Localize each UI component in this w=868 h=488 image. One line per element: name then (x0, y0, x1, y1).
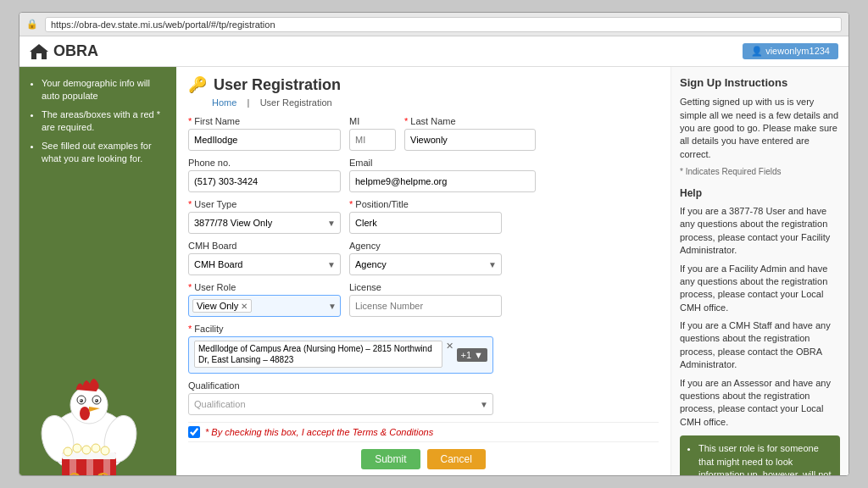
signup-text: Getting signed up with us is very simple… (680, 96, 840, 161)
page-title: User Registration (214, 76, 341, 94)
obra-logo-text: OBRA (53, 42, 98, 60)
user-role-tag-remove[interactable]: ✕ (241, 302, 248, 311)
svg-point-2 (70, 386, 108, 424)
submit-button[interactable]: Submit (361, 449, 420, 469)
agency-group: Agency Agency ▼ (349, 241, 502, 275)
user-badge: 👤 viewonlym1234 (743, 43, 838, 59)
chicken-illustration (19, 361, 164, 475)
name-row: * First Name MI * Last Name (188, 116, 659, 151)
user-role-dropdown-arrow[interactable]: ▼ (328, 302, 337, 311)
phone-group: Phone no. (188, 158, 341, 192)
svg-point-23 (92, 444, 100, 452)
svg-point-21 (73, 444, 81, 452)
qualification-row: Qualification Qualification ▼ (188, 380, 659, 415)
key-icon: 🔑 (188, 75, 207, 94)
license-input[interactable] (349, 295, 502, 317)
facility-row: * Facility MedIlodge of Campus Area (Nur… (188, 324, 659, 374)
right-callout-text: This user role is for someone that might… (698, 442, 833, 475)
svg-point-3 (80, 407, 90, 420)
cmh-board-select[interactable]: CMH Board (188, 253, 341, 275)
facility-add-button[interactable]: +1 ▼ (457, 348, 488, 362)
first-name-group: * First Name (188, 116, 341, 151)
facility-input[interactable]: MedIlodge of Campus Area (Nursing Home) … (188, 336, 493, 374)
agency-select[interactable]: Agency (349, 253, 502, 275)
app-header: OBRA 👤 viewonlym1234 (19, 36, 849, 67)
right-sidebar: Sign Up Instructions Getting signed up w… (670, 67, 849, 475)
obra-logo: OBRA (30, 42, 98, 60)
user-icon: 👤 (751, 46, 763, 56)
left-sidebar: Your demographic info will auto populate… (19, 67, 176, 475)
page-title-row: 🔑 User Registration (188, 75, 659, 94)
sidebar-bullet-3: See filled out examples for what you are… (42, 140, 166, 166)
svg-point-22 (82, 446, 91, 454)
breadcrumb-home[interactable]: Home (212, 97, 236, 108)
usertype-position-row: * User Type 3877/78 View Only ▼ * Positi… (188, 199, 659, 234)
last-name-input[interactable] (404, 129, 536, 151)
qualification-group: Qualification Qualification ▼ (188, 380, 493, 415)
qualification-select[interactable]: Qualification (188, 393, 493, 415)
user-role-group: * User Role View Only ✕ ▼ (188, 282, 341, 317)
browser-window: 🔒 https://obra-dev.state.mi.us/web/porta… (19, 12, 849, 476)
lock-icon: 🔒 (26, 19, 38, 30)
cmh-board-label: CMH Board (188, 241, 341, 251)
svg-point-11 (81, 400, 82, 402)
cancel-button[interactable]: Cancel (427, 449, 486, 469)
help-p4: If you are an Assessor and have any ques… (680, 377, 840, 430)
userrole-license-row: * User Role View Only ✕ ▼ License (188, 282, 659, 317)
agency-label: Agency (349, 241, 502, 251)
user-type-label: * User Type (188, 199, 341, 209)
help-p1: If you are a 3877-78 User and have any q… (680, 205, 840, 258)
signup-title: Sign Up Instructions (680, 75, 840, 91)
help-title: Help (680, 186, 840, 201)
user-role-label: * User Role (188, 282, 341, 292)
position-input[interactable] (349, 212, 502, 234)
user-role-tag: View Only ✕ (192, 299, 252, 313)
breadcrumb: Home | User Registration (212, 97, 659, 108)
sidebar-bullet-2: The areas/boxes with a red * are require… (42, 108, 166, 135)
phone-input[interactable] (188, 170, 341, 192)
svg-point-20 (64, 447, 72, 456)
facility-tag: MedIlodge of Campus Area (Nursing Home) … (194, 341, 442, 368)
user-badge-text: viewonlym1234 (765, 46, 830, 56)
phone-email-row: Phone no. Email (188, 158, 659, 192)
facility-tag-remove[interactable]: ✕ (446, 341, 453, 352)
qualification-label: Qualification (188, 380, 493, 391)
sidebar-bullet-1: Your demographic info will auto populate (42, 77, 166, 103)
position-group: * Position/Title (349, 199, 502, 234)
mi-input[interactable] (349, 129, 396, 151)
license-group: License (349, 282, 502, 317)
mi-group: MI (349, 116, 396, 151)
license-label: License (349, 282, 502, 292)
terms-checkbox[interactable] (188, 426, 200, 438)
svg-rect-18 (86, 452, 93, 475)
main-content: Your demographic info will auto populate… (19, 67, 849, 475)
svg-rect-0 (36, 53, 42, 59)
user-type-group: * User Type 3877/78 View Only ▼ (188, 199, 341, 234)
help-p3: If you are a CMH Staff and have any ques… (680, 319, 840, 372)
cmhboard-agency-row: CMH Board CMH Board ▼ Agency Agency (188, 241, 659, 275)
sidebar-bullet-list: Your demographic info will auto populate… (30, 77, 166, 170)
user-type-select[interactable]: 3877/78 View Only (188, 212, 341, 234)
button-row: Submit Cancel (188, 449, 659, 469)
email-group: Email (349, 158, 536, 192)
help-p2: If you are a Facility Admin and have any… (680, 263, 840, 315)
svg-rect-19 (103, 452, 110, 475)
first-name-input[interactable] (188, 129, 341, 151)
position-label: * Position/Title (349, 199, 502, 209)
last-name-label: * Last Name (404, 116, 536, 126)
url-bar: https://obra-dev.state.mi.us/web/portal/… (45, 17, 842, 32)
user-role-tag-input[interactable]: View Only ✕ ▼ (188, 295, 341, 317)
facility-group: * Facility MedIlodge of Campus Area (Nur… (188, 324, 493, 374)
email-input[interactable] (349, 170, 536, 192)
phone-label: Phone no. (188, 158, 341, 168)
mi-label: MI (349, 116, 396, 126)
breadcrumb-current: User Registration (260, 97, 332, 108)
svg-point-24 (101, 446, 109, 455)
terms-row: * By checking this box, I accept the Ter… (188, 422, 659, 442)
right-callout: This user role is for someone that might… (680, 435, 840, 475)
user-role-tag-text: View Only (197, 301, 238, 311)
last-name-group: * Last Name (404, 116, 536, 151)
facility-label: * Facility (188, 324, 493, 334)
svg-point-12 (96, 400, 97, 402)
breadcrumb-separator: | (248, 97, 250, 108)
